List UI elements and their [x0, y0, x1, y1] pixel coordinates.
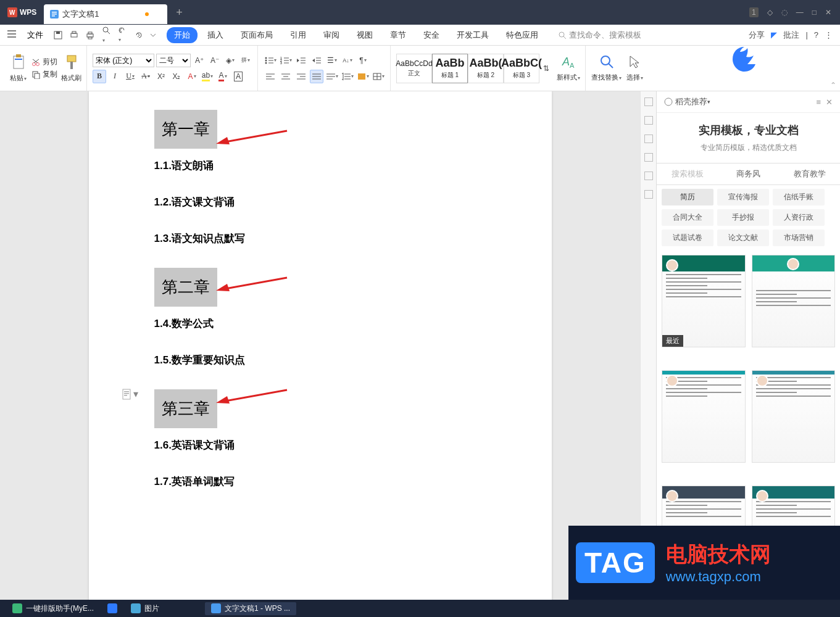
strip-icon-1[interactable] [644, 97, 653, 106]
superscript-button[interactable]: X² [154, 70, 168, 83]
font-name-select[interactable]: 宋体 (正文) [93, 54, 154, 67]
tab-references[interactable]: 引用 [283, 27, 314, 43]
share-button[interactable]: 分享 [749, 30, 765, 41]
tab-view[interactable]: 视图 [349, 27, 380, 43]
tab-devtools[interactable]: 开发工具 [449, 27, 496, 43]
style-heading1[interactable]: AaBb标题 1 [432, 54, 468, 83]
sp-cat-contract[interactable]: 合同大全 [662, 209, 713, 226]
align-distribute-icon[interactable] [325, 70, 339, 83]
style-more-icon[interactable]: ⇅ [539, 62, 553, 75]
sidepanel-close-icon[interactable]: ✕ [826, 97, 833, 107]
qat-print-icon[interactable] [83, 28, 98, 42]
chapter-heading-1[interactable]: 第一章 [154, 110, 217, 149]
font-effects-button[interactable]: A [185, 70, 199, 83]
help-button[interactable]: ? [814, 30, 818, 39]
chapter-heading-2[interactable]: 第二章 [154, 268, 217, 307]
align-center-icon[interactable] [279, 70, 293, 83]
sp-cat-exam[interactable]: 试题试卷 [662, 230, 713, 246]
align-right-icon[interactable] [294, 70, 308, 83]
doc-item-1-3[interactable]: 1.3.语文知识点默写 [154, 231, 502, 246]
font-color-button[interactable]: A [216, 70, 230, 83]
document-page[interactable]: 第一章 1.1.语文朗诵 1.2.语文课文背诵 1.3.语文知识点默写 第二章 … [89, 91, 552, 600]
format-painter-button[interactable]: 格式刷 [61, 54, 81, 83]
sp-cat-hr[interactable]: 人资行政 [773, 209, 825, 226]
sp-cat-thesis[interactable]: 论文文献 [717, 230, 769, 246]
tab-chapter[interactable]: 章节 [383, 27, 414, 43]
strikethrough-button[interactable]: A [139, 70, 152, 83]
window-count-badge[interactable]: 1 [749, 7, 759, 17]
more-button[interactable]: ⋮ [825, 30, 833, 39]
strip-icon-2[interactable] [644, 116, 653, 125]
italic-button[interactable]: I [108, 70, 122, 83]
doc-item-1-2[interactable]: 1.2.语文课文背诵 [154, 195, 502, 209]
highlight-button[interactable]: ab [201, 70, 214, 83]
shading-icon[interactable] [356, 70, 370, 83]
doc-item-1-1[interactable]: 1.1.语文朗诵 [154, 159, 502, 173]
tab-security[interactable]: 安全 [416, 27, 447, 43]
align-left-icon[interactable] [264, 70, 277, 83]
qat-save-icon[interactable] [51, 28, 65, 42]
strip-icon-5[interactable] [644, 172, 653, 180]
user-icon[interactable]: ◌ [781, 8, 788, 17]
asian-layout-icon[interactable]: ☰ [325, 54, 339, 67]
template-thumb-4[interactable] [752, 370, 836, 463]
bold-button[interactable]: B [93, 70, 106, 83]
strip-icon-3[interactable] [644, 135, 653, 143]
qat-print-preview-icon[interactable] [67, 28, 81, 42]
taskbar-btn-2[interactable] [101, 602, 123, 615]
template-thumb-3[interactable] [662, 370, 746, 463]
clear-format-icon[interactable]: ◈ [223, 54, 237, 67]
sp-cat-poster[interactable]: 宣传海报 [717, 189, 769, 205]
sp-cat-newspaper[interactable]: 手抄报 [717, 209, 769, 226]
strip-icon-6[interactable] [644, 190, 653, 199]
tab-insert[interactable]: 插入 [200, 27, 231, 43]
tab-page-layout[interactable]: 页面布局 [233, 27, 280, 43]
phonetic-icon[interactable]: 拼 [239, 54, 252, 67]
qat-dropdown-icon[interactable] [147, 30, 159, 41]
doc-item-3-2[interactable]: 1.7.英语单词默写 [154, 474, 502, 489]
sp-cat-letter[interactable]: 信纸手账 [773, 189, 825, 205]
document-tab[interactable]: 文字文稿1 [44, 4, 167, 24]
subscript-button[interactable]: X₂ [170, 70, 183, 83]
qat-preview-icon[interactable] [99, 23, 114, 46]
copy-button[interactable]: 复制 [31, 69, 57, 80]
close-button[interactable]: ✕ [825, 8, 831, 17]
style-normal[interactable]: AaBbCcDd正文 [396, 54, 432, 83]
template-thumb-1[interactable]: 最近 [662, 255, 746, 347]
new-tab-button[interactable]: + [167, 6, 191, 19]
underline-button[interactable]: U [123, 70, 137, 83]
increase-font-icon[interactable]: A⁺ [193, 54, 206, 67]
align-justify-icon[interactable] [310, 70, 323, 83]
collapse-ribbon-icon[interactable]: ⌃ [830, 81, 836, 89]
doc-item-2-1[interactable]: 1.4.数学公式 [154, 317, 502, 331]
sidepanel-tab-education[interactable]: 教育教学 [779, 164, 840, 184]
line-spacing-icon[interactable] [341, 70, 354, 83]
increase-indent-icon[interactable] [310, 54, 323, 67]
tab-start[interactable]: 开始 [167, 27, 198, 43]
decrease-indent-icon[interactable] [294, 54, 308, 67]
maximize-button[interactable]: □ [812, 8, 817, 17]
decrease-font-icon[interactable]: A⁻ [208, 54, 222, 67]
wps-logo[interactable]: W WPS [0, 0, 44, 25]
style-heading3[interactable]: AaBbC(标题 3 [504, 54, 539, 83]
find-replace-button[interactable]: 查找替换 [591, 54, 622, 82]
paste-options-icon[interactable]: ▾ [122, 388, 138, 400]
taskbar-btn-1[interactable]: 一键排版助手(MyE... [6, 602, 100, 615]
skin-icon[interactable]: ◇ [767, 8, 773, 17]
taskbar-btn-3[interactable]: 图片 [125, 602, 165, 615]
number-list-icon[interactable]: 123 [279, 54, 293, 67]
select-button[interactable]: 选择 [626, 54, 643, 82]
qat-redo-icon[interactable] [131, 29, 146, 41]
para-symbol-icon[interactable]: ¶ [356, 54, 370, 67]
sp-cat-resume[interactable]: 简历 [662, 189, 713, 205]
doc-item-2-2[interactable]: 1.5.数学重要知识点 [154, 353, 502, 367]
font-size-select[interactable]: 二号 [156, 54, 191, 67]
tab-review[interactable]: 审阅 [316, 27, 347, 43]
note-button[interactable]: 批注 [783, 30, 799, 41]
canvas-area[interactable]: 第一章 1.1.语文朗诵 1.2.语文课文背诵 1.3.语文知识点默写 第二章 … [0, 91, 640, 600]
borders-icon[interactable] [372, 70, 385, 83]
qat-undo-icon[interactable] [115, 24, 130, 46]
cut-button[interactable]: 剪切 [31, 57, 57, 67]
strip-icon-4[interactable] [644, 153, 653, 162]
new-style-button[interactable]: AA 新样式 [557, 54, 580, 82]
